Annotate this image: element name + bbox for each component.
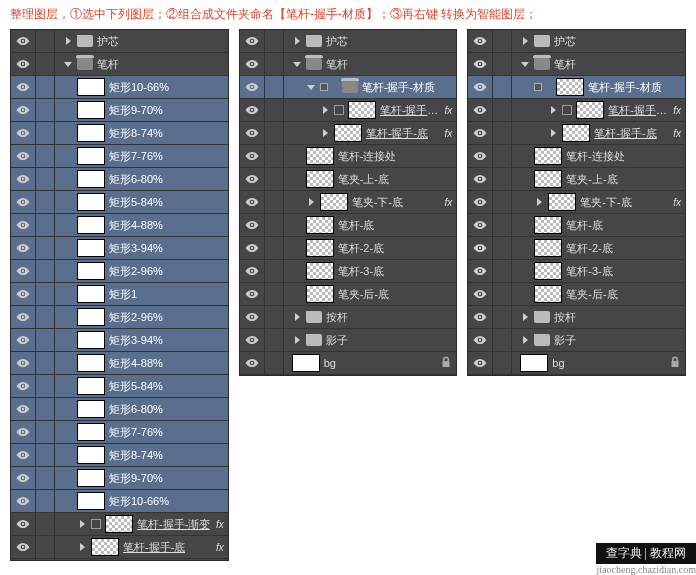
lock-column[interactable] xyxy=(36,559,55,561)
layer-name[interactable]: 护芯 xyxy=(554,34,576,49)
visibility-toggle[interactable] xyxy=(240,145,265,167)
visibility-toggle[interactable] xyxy=(468,260,493,282)
layer-name[interactable]: 矩形6-80% xyxy=(109,172,163,187)
layer-name[interactable]: 矩形1 xyxy=(109,287,137,302)
visibility-toggle[interactable] xyxy=(11,122,36,144)
chevron-right-icon[interactable] xyxy=(306,197,316,207)
layers-panel-step1[interactable]: 护芯笔杆矩形10-66%矩形9-70%矩形8-74%矩形7-76%矩形6-80%… xyxy=(10,29,229,561)
layer-row[interactable]: 笔杆-握手-材质 xyxy=(240,76,457,99)
layer-name[interactable]: 笔杆-握手-材质 xyxy=(362,80,435,95)
lock-column[interactable] xyxy=(36,122,55,144)
layer-name[interactable]: 护芯 xyxy=(326,34,348,49)
visibility-toggle[interactable] xyxy=(11,306,36,328)
layer-row[interactable]: 笔杆-握手-渐变fx xyxy=(11,513,228,536)
layer-name[interactable]: 笔夹-上-底 xyxy=(566,172,617,187)
layer-name[interactable]: 矩形9-70% xyxy=(109,471,163,486)
layer-row[interactable]: 矩形6-80% xyxy=(11,168,228,191)
visibility-toggle[interactable] xyxy=(468,329,493,351)
lock-column[interactable] xyxy=(493,145,512,167)
layer-row[interactable]: 笔杆 xyxy=(468,53,685,76)
layer-thumbnail[interactable] xyxy=(77,469,105,487)
lock-column[interactable] xyxy=(493,352,512,374)
layer-name[interactable]: 笔杆-握手-渐变 xyxy=(380,103,441,118)
lock-column[interactable] xyxy=(265,306,284,328)
layer-thumbnail[interactable] xyxy=(77,147,105,165)
layer-row[interactable]: 按杆 xyxy=(240,306,457,329)
layer-thumbnail[interactable] xyxy=(306,262,334,280)
chevron-right-icon[interactable] xyxy=(520,312,530,322)
chevron-down-icon[interactable] xyxy=(63,59,73,69)
fx-badge[interactable]: fx xyxy=(216,542,224,553)
layer-name[interactable]: 按杆 xyxy=(554,310,576,325)
layer-row[interactable]: 护芯 xyxy=(11,30,228,53)
visibility-toggle[interactable] xyxy=(240,237,265,259)
layer-name[interactable]: bg xyxy=(552,357,564,369)
layer-name[interactable]: 矩形10-66% xyxy=(109,80,169,95)
chevron-down-icon[interactable] xyxy=(520,59,530,69)
layer-row[interactable]: 矩形1 xyxy=(11,283,228,306)
lock-column[interactable] xyxy=(493,122,512,144)
fx-badge[interactable]: fx xyxy=(445,128,453,139)
visibility-toggle[interactable] xyxy=(11,260,36,282)
layer-row[interactable]: 笔夹-上-底 xyxy=(240,168,457,191)
layer-name[interactable]: 笔杆-握手-材质 xyxy=(588,80,661,95)
chevron-right-icon[interactable] xyxy=(292,36,302,46)
fx-badge[interactable]: fx xyxy=(216,519,224,530)
layers-panel-step2[interactable]: 护芯笔杆笔杆-握手-材质笔杆-握手-渐变fx笔杆-握手-底fx笔杆-连接处笔夹-… xyxy=(239,29,458,376)
layer-row[interactable]: 笔杆-握手-材质 xyxy=(468,76,685,99)
visibility-toggle[interactable] xyxy=(11,536,36,558)
layer-thumbnail[interactable] xyxy=(292,354,320,372)
layer-row[interactable]: 矩形9-70% xyxy=(11,99,228,122)
layer-name[interactable]: 矩形3-94% xyxy=(109,333,163,348)
layer-name[interactable]: 笔杆-2-底 xyxy=(338,241,384,256)
chevron-right-icon[interactable] xyxy=(548,105,558,115)
layer-thumbnail[interactable] xyxy=(77,400,105,418)
visibility-toggle[interactable] xyxy=(240,53,265,75)
visibility-toggle[interactable] xyxy=(11,214,36,236)
visibility-toggle[interactable] xyxy=(240,99,265,121)
layer-name[interactable]: 矩形5-84% xyxy=(109,379,163,394)
lock-column[interactable] xyxy=(36,467,55,489)
layer-name[interactable]: 影子 xyxy=(326,333,348,348)
layer-thumbnail[interactable] xyxy=(534,147,562,165)
visibility-toggle[interactable] xyxy=(11,237,36,259)
layer-thumbnail[interactable] xyxy=(77,377,105,395)
visibility-toggle[interactable] xyxy=(468,237,493,259)
lock-column[interactable] xyxy=(36,306,55,328)
layer-name[interactable]: 笔杆-底 xyxy=(338,218,375,233)
layer-thumbnail[interactable] xyxy=(77,446,105,464)
layer-row[interactable]: 笔杆-底 xyxy=(240,214,457,237)
visibility-toggle[interactable] xyxy=(240,329,265,351)
layer-row[interactable]: 笔夹-后-底 xyxy=(468,283,685,306)
lock-column[interactable] xyxy=(36,421,55,443)
layer-name[interactable]: 笔杆-3-底 xyxy=(566,264,612,279)
layer-row[interactable]: 矩形2-96% xyxy=(11,260,228,283)
layer-row[interactable]: 矩形8-74% xyxy=(11,444,228,467)
lock-column[interactable] xyxy=(493,260,512,282)
layer-thumbnail[interactable] xyxy=(534,170,562,188)
lock-column[interactable] xyxy=(36,283,55,305)
layer-row[interactable]: 笔杆-握手-渐变fx xyxy=(240,99,457,122)
layer-thumbnail[interactable] xyxy=(556,78,584,96)
chevron-right-icon[interactable] xyxy=(320,128,330,138)
visibility-toggle[interactable] xyxy=(11,99,36,121)
visibility-toggle[interactable] xyxy=(11,30,36,52)
layer-thumbnail[interactable] xyxy=(562,124,590,142)
fx-badge[interactable]: fx xyxy=(673,105,681,116)
lock-column[interactable] xyxy=(493,30,512,52)
lock-column[interactable] xyxy=(493,329,512,351)
visibility-toggle[interactable] xyxy=(11,444,36,466)
layer-row[interactable]: 笔杆-3-底 xyxy=(240,260,457,283)
layer-thumbnail[interactable] xyxy=(306,285,334,303)
lock-column[interactable] xyxy=(36,168,55,190)
layer-name[interactable]: 矩形2-96% xyxy=(109,310,163,325)
lock-column[interactable] xyxy=(493,191,512,213)
lock-column[interactable] xyxy=(36,352,55,374)
layer-name[interactable]: 矩形5-84% xyxy=(109,195,163,210)
layer-name[interactable]: 笔杆 xyxy=(97,57,119,72)
lock-column[interactable] xyxy=(265,53,284,75)
layer-name[interactable]: 护芯 xyxy=(97,34,119,49)
layer-row[interactable]: 笔杆-握手-底fx xyxy=(468,122,685,145)
fx-badge[interactable]: fx xyxy=(673,197,681,208)
layer-row[interactable]: 矩形10-66% xyxy=(11,76,228,99)
